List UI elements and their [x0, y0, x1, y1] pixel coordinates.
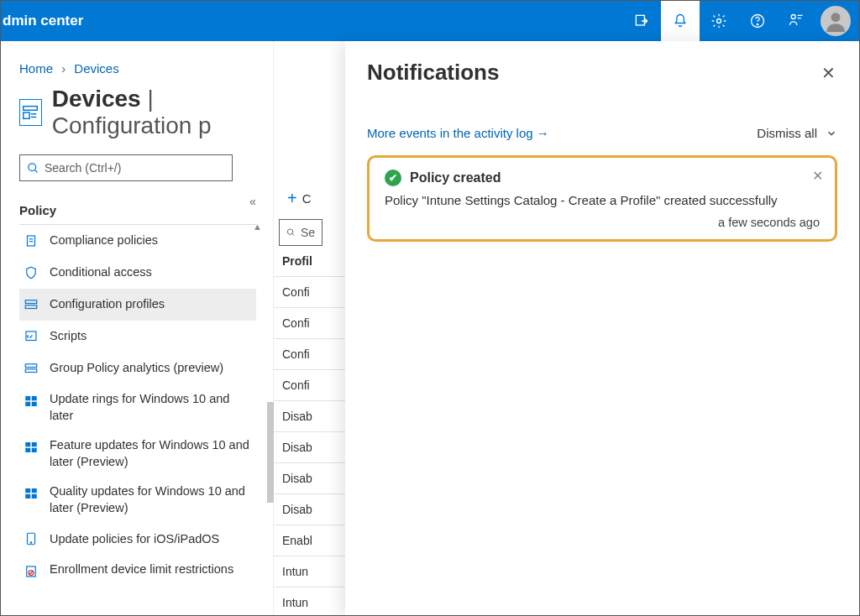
export-icon[interactable]	[622, 1, 661, 41]
svg-rect-27	[25, 448, 30, 452]
profiles-icon	[23, 360, 39, 377]
close-icon[interactable]: ✕	[821, 63, 836, 83]
sidebar-item-label: Scripts	[50, 328, 87, 345]
chevron-right-icon: ›	[56, 61, 71, 76]
search-placeholder: Search (Ctrl+/)	[45, 161, 121, 175]
activity-log-link[interactable]: More events in the activity log →	[367, 126, 549, 140]
sidebar-item-group-policy-analytics-preview[interactable]: Group Policy analytics (preview)	[19, 352, 256, 384]
create-label: C	[302, 191, 312, 206]
svg-rect-29	[25, 488, 30, 493]
scroll-up-icon[interactable]: ▲	[253, 222, 262, 232]
notifications-panel: Notifications ✕ More events in the activ…	[345, 41, 859, 616]
svg-point-10	[29, 163, 36, 170]
svg-rect-6	[24, 107, 38, 111]
feedback-icon[interactable]	[777, 1, 815, 41]
create-button[interactable]: + C	[287, 189, 312, 208]
ipad-icon	[23, 530, 39, 547]
sidebar-item-update-rings-for-windows-10-and-later[interactable]: Update rings for Windows 10 and later	[19, 384, 256, 431]
sidebar-item-quality-updates-for-windows-10-and-later-preview[interactable]: Quality updates for Windows 10 and later…	[19, 477, 256, 523]
svg-rect-20	[25, 369, 37, 373]
sidebar-item-label: Configuration profiles	[50, 296, 165, 313]
sidebar-item-label: Enrollment device limit restrictions	[50, 561, 233, 578]
script-icon	[23, 328, 39, 345]
svg-point-1	[717, 19, 721, 23]
app-title: dmin center	[1, 13, 83, 29]
windows-icon	[23, 485, 39, 502]
svg-line-39	[292, 233, 294, 235]
svg-point-38	[287, 229, 292, 234]
sidebar-item-enrollment-device-limit-restrictions[interactable]: Enrollment device limit restrictions	[19, 555, 256, 587]
page-title: Devices | Configuration p	[52, 86, 273, 139]
plus-icon: +	[287, 189, 297, 208]
breadcrumb: Home › Devices	[19, 41, 273, 86]
sidebar-item-configuration-profiles[interactable]: Configuration profiles	[19, 289, 256, 321]
svg-rect-32	[32, 494, 37, 499]
dismiss-all-button[interactable]: Dismiss all	[757, 126, 837, 140]
svg-rect-7	[24, 112, 29, 118]
sidebar-item-scripts[interactable]: Scripts	[19, 321, 256, 352]
sidebar-item-compliance-policies[interactable]: Compliance policies	[19, 225, 256, 257]
svg-rect-15	[25, 300, 37, 304]
help-icon[interactable]	[738, 1, 777, 41]
devices-page-icon	[19, 99, 42, 126]
avatar[interactable]	[821, 6, 851, 36]
sidebar-item-feature-updates-for-windows-10-and-later-preview[interactable]: Feature updates for Windows 10 and later…	[19, 431, 256, 477]
svg-point-5	[831, 13, 841, 22]
windows-icon	[23, 439, 39, 456]
svg-rect-23	[25, 402, 30, 406]
svg-rect-26	[32, 442, 37, 446]
panel-title: Notifications	[367, 60, 837, 86]
svg-point-34	[30, 542, 32, 544]
sidebar-item-label: Feature updates for Windows 10 and later…	[50, 437, 256, 470]
collapse-icon[interactable]: «	[249, 195, 256, 208]
svg-line-11	[34, 170, 37, 172]
sidebar-item-update-policies-for-ios-ipados[interactable]: Update policies for iOS/iPadOS	[19, 523, 256, 555]
shield-icon	[23, 264, 39, 281]
clipboard-icon	[23, 232, 39, 249]
chevron-down-icon	[826, 128, 837, 139]
section-policy: Policy	[19, 181, 256, 225]
search-input[interactable]: Search (Ctrl+/)	[19, 154, 233, 181]
breadcrumb-devices[interactable]: Devices	[74, 61, 118, 76]
toast-close-icon[interactable]: ✕	[812, 168, 823, 184]
svg-rect-24	[32, 402, 37, 406]
profiles-icon	[23, 296, 39, 313]
toast-title: Policy created	[410, 170, 501, 185]
svg-rect-28	[32, 448, 37, 452]
check-circle-icon: ✔	[385, 170, 401, 186]
gear-icon[interactable]	[700, 1, 738, 41]
sidebar-item-label: Update rings for Windows 10 and later	[50, 391, 256, 424]
svg-rect-30	[32, 488, 37, 493]
svg-point-3	[757, 24, 758, 25]
svg-rect-16	[25, 305, 37, 309]
sidebar-item-label: Conditional access	[50, 264, 152, 281]
breadcrumb-home[interactable]: Home	[19, 61, 53, 76]
toast-timestamp: a few seconds ago	[385, 207, 820, 229]
toast-body: Policy "Intune Settings Catalog - Create…	[385, 186, 820, 207]
svg-rect-21	[25, 396, 30, 400]
sidebar-item-label: Group Policy analytics (preview)	[50, 360, 223, 377]
sidebar-item-conditional-access[interactable]: Conditional access	[19, 257, 256, 289]
svg-point-4	[791, 15, 795, 19]
svg-line-18	[30, 336, 33, 338]
toast-notification: ✕ ✔ Policy created Policy "Intune Settin…	[367, 155, 837, 242]
svg-rect-25	[25, 442, 30, 446]
list-search-input[interactable]: Se	[279, 219, 322, 246]
list-search-placeholder: Se	[301, 226, 315, 239]
arrow-right-icon: →	[537, 126, 549, 140]
svg-rect-22	[32, 396, 37, 400]
windows-icon	[23, 393, 39, 410]
sidebar-item-label: Compliance policies	[50, 232, 158, 249]
svg-rect-12	[28, 236, 35, 246]
svg-rect-31	[25, 494, 30, 499]
restrict-icon	[23, 563, 39, 580]
bell-icon[interactable]	[661, 1, 700, 41]
svg-rect-0	[636, 15, 644, 25]
scrollbar[interactable]	[267, 402, 274, 503]
svg-rect-19	[25, 364, 37, 368]
sidebar-item-label: Update policies for iOS/iPadOS	[50, 531, 219, 548]
sidebar-item-label: Quality updates for Windows 10 and later…	[50, 483, 256, 516]
